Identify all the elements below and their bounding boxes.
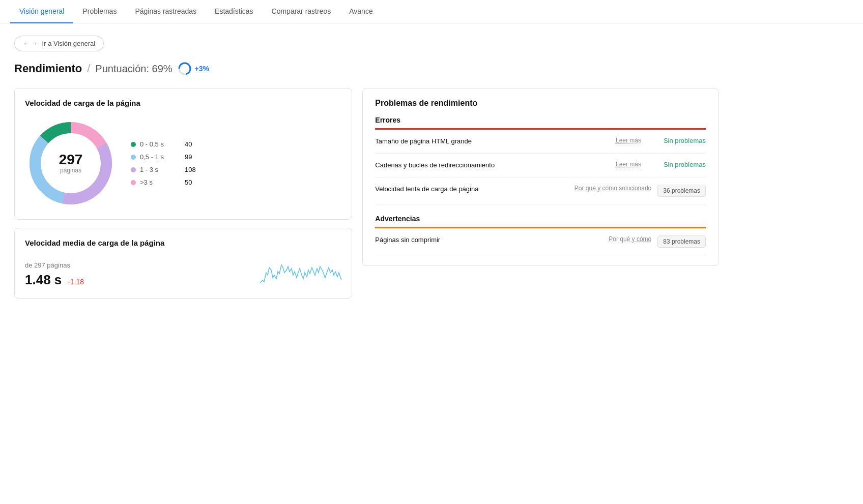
arrow-left-icon: ←: [23, 40, 30, 47]
issue-link-0[interactable]: Leer más: [608, 137, 649, 144]
legend-item-0: 0 - 0,5 s 40: [131, 140, 196, 148]
errors-section-header: Errores: [375, 116, 706, 130]
donut-label: páginas: [59, 167, 83, 174]
donut-number: 297: [59, 153, 83, 167]
warnings-section-header: Advertencias: [375, 215, 706, 228]
warning-row-0: Páginas sin comprimir Por qué y cómo 83 …: [375, 228, 706, 255]
issue-status-0: Sin problemas: [655, 137, 706, 144]
back-button[interactable]: ← ← Ir a Visión general: [14, 36, 104, 51]
speed-value: 1.48 s: [25, 272, 62, 287]
legend-dot-2: [131, 167, 136, 172]
legend-range-3: >3 s: [140, 179, 181, 186]
legend-range-0: 0 - 0,5 s: [140, 140, 181, 148]
avg-speed-body: de 297 páginas 1.48 s -1.18: [25, 257, 341, 288]
left-column: Velocidad de carga de la página: [14, 88, 352, 299]
legend-count-1: 99: [185, 153, 192, 161]
nav-tabs: Visión general Problemas Páginas rastrea…: [0, 0, 863, 23]
issue-name-1: Cadenas y bucles de redireccionamiento: [375, 161, 602, 170]
page-content: ← ← Ir a Visión general Rendimiento / Pu…: [0, 23, 733, 311]
page-speed-card: Velocidad de carga de la página: [14, 88, 352, 220]
legend-count-2: 108: [185, 166, 196, 173]
issue-name-2: Velocidad lenta de carga de página: [375, 185, 568, 194]
speed-subtitle: de 297 páginas: [25, 261, 84, 269]
score-label: Puntuación: 69%: [95, 63, 172, 75]
donut-center: 297 páginas: [59, 153, 83, 174]
legend-item-3: >3 s 50: [131, 179, 196, 186]
issue-name-0: Tamaño de página HTML grande: [375, 137, 602, 146]
tab-problemas[interactable]: Problemas: [73, 0, 126, 23]
avg-speed-title: Velocidad media de carga de la página: [25, 239, 341, 247]
speed-info: de 297 páginas 1.48 s -1.18: [25, 261, 84, 288]
legend-dot-1: [131, 155, 136, 160]
score-circle-container: +3%: [178, 62, 209, 76]
warnings-section: Advertencias Páginas sin comprimir Por q…: [375, 215, 706, 255]
legend-count-0: 40: [185, 140, 192, 148]
issue-badge-2[interactable]: 36 problemas: [657, 185, 706, 197]
issue-link-2[interactable]: Por qué y cómo solucionarlo: [574, 185, 651, 192]
right-column: Problemas de rendimiento Errores Tamaño …: [362, 88, 718, 266]
score-delta: +3%: [195, 65, 209, 73]
issue-row-2: Velocidad lenta de carga de página Por q…: [375, 177, 706, 204]
legend-range-1: 0,5 - 1 s: [140, 153, 181, 161]
warning-link-0[interactable]: Por qué y cómo: [609, 235, 651, 243]
legend-dot-3: [131, 180, 136, 185]
right-panel: Problemas de rendimiento Errores Tamaño …: [362, 88, 718, 266]
legend-dot-0: [131, 142, 136, 147]
tab-comparar-rastreos[interactable]: Comparar rastreos: [263, 0, 340, 23]
mini-chart-icon: [260, 257, 341, 288]
speed-value-row: 1.48 s -1.18: [25, 272, 84, 288]
score-circle-icon: [178, 62, 192, 76]
issue-link-1[interactable]: Leer más: [608, 161, 649, 168]
chart-legend: 0 - 0,5 s 40 0,5 - 1 s 99 1 - 3 s 108: [131, 140, 196, 186]
page-title: Rendimiento: [14, 62, 82, 75]
tab-paginas-rastreadas[interactable]: Páginas rastreadas: [126, 0, 206, 23]
tab-avance[interactable]: Avance: [340, 0, 382, 23]
avg-speed-card: Velocidad media de carga de la página de…: [14, 228, 352, 299]
title-separator: /: [87, 62, 90, 75]
issue-status-1: Sin problemas: [655, 161, 706, 168]
donut-section: 297 páginas 0 - 0,5 s 40 0,5: [25, 117, 341, 209]
panel-title: Problemas de rendimiento: [375, 99, 706, 108]
legend-range-2: 1 - 3 s: [140, 166, 181, 173]
tab-estadisticas[interactable]: Estadísticas: [206, 0, 262, 23]
issue-row-1: Cadenas y bucles de redireccionamiento L…: [375, 154, 706, 177]
back-button-label: ← Ir a Visión general: [33, 40, 95, 47]
donut-chart: 297 páginas: [25, 117, 117, 209]
issue-row-0: Tamaño de página HTML grande Leer más Si…: [375, 130, 706, 154]
main-layout: Velocidad de carga de la página: [14, 88, 718, 299]
legend-count-3: 50: [185, 179, 192, 186]
legend-item-2: 1 - 3 s 108: [131, 166, 196, 173]
speed-card-title: Velocidad de carga de la página: [25, 99, 341, 107]
tab-vision-general[interactable]: Visión general: [10, 0, 73, 23]
warning-badge-0[interactable]: 83 problemas: [657, 235, 706, 248]
warning-name-0: Páginas sin comprimir: [375, 235, 602, 245]
speed-delta: -1.18: [68, 278, 84, 286]
legend-item-1: 0,5 - 1 s 99: [131, 153, 196, 161]
page-title-row: Rendimiento / Puntuación: 69% +3%: [14, 62, 718, 76]
